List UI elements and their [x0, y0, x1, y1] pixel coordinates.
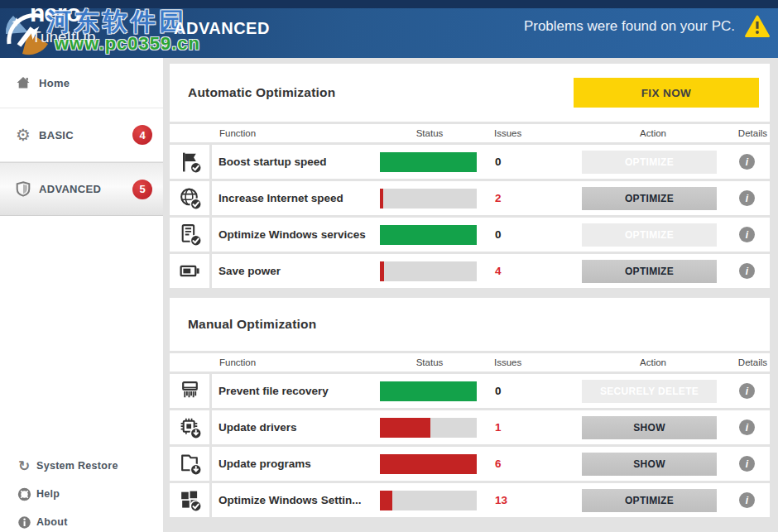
- section-header: Manual Optimization: [170, 298, 770, 351]
- col-header-action: Action: [582, 357, 724, 367]
- action-button[interactable]: OPTIMIZE: [582, 260, 717, 283]
- info-icon[interactable]: i: [739, 456, 755, 472]
- info-icon[interactable]: i: [739, 419, 755, 435]
- windows-tiles-icon: [170, 483, 209, 517]
- section-title: Manual Optimization: [188, 317, 316, 332]
- gear-icon: ⚙: [14, 127, 32, 143]
- section-header: Automatic Optimization FIX NOW: [170, 64, 770, 122]
- sidebar-item-label: System Restore: [36, 460, 118, 472]
- sidebar-item-system-restore[interactable]: ↻ System Restore: [0, 452, 163, 480]
- brand-tuneitup: TuneItUp: [31, 29, 95, 45]
- sidebar-item-help[interactable]: Help: [0, 480, 163, 508]
- function-label: Update drivers: [212, 421, 380, 434]
- issues-count: 1: [487, 421, 582, 434]
- info-icon[interactable]: i: [739, 383, 755, 399]
- info-icon[interactable]: i: [739, 190, 755, 206]
- action-button[interactable]: SHOW: [582, 453, 717, 476]
- status-bar-fill: [380, 189, 383, 208]
- sidebar-item-about[interactable]: About: [0, 508, 163, 532]
- col-header-issues: Issues: [487, 128, 582, 138]
- status-bar-fill: [380, 491, 392, 510]
- sidebar-item-home[interactable]: Home: [0, 58, 163, 108]
- action-button[interactable]: SHOW: [582, 416, 717, 439]
- table-column-header: Function Status Issues Action Details: [170, 353, 770, 371]
- action-button[interactable]: OPTIMIZE: [582, 187, 717, 210]
- status-bar-fill: [380, 454, 477, 474]
- warning-triangle-icon: [745, 15, 770, 38]
- issues-count: 0: [487, 156, 582, 168]
- optimization-section: Manual Optimization Function Status Issu…: [170, 298, 770, 517]
- issues-count: 0: [487, 228, 582, 241]
- table-row: Increase Internet speed 2 OPTIMIZE i: [170, 181, 770, 215]
- sidebar-item-basic[interactable]: ⚙ BASIC 4: [0, 108, 163, 162]
- status-bar: [380, 454, 477, 474]
- info-icon[interactable]: i: [739, 492, 755, 508]
- function-label: Increase Internet speed: [212, 192, 380, 204]
- action-button: OPTIMIZE: [582, 151, 717, 174]
- sidebar-nav: Home ⚙ BASIC 4 ADVANCED 5: [0, 58, 163, 216]
- sidebar-footer: ↻ System Restore Help About: [0, 452, 163, 532]
- col-header-action: Action: [582, 128, 724, 138]
- col-header-details: Details: [724, 128, 770, 138]
- home-icon: [14, 74, 32, 91]
- status-bar-fill: [380, 152, 477, 172]
- issues-count: 13: [487, 494, 582, 506]
- shredder-icon: [170, 374, 209, 408]
- sidebar-item-label: Help: [36, 488, 60, 500]
- nero-tuneitup-window: nero TuneItUp 河东软件园 www.pc0359.cn ADVANC…: [0, 0, 778, 532]
- page-title: ADVANCED: [174, 19, 270, 38]
- issues-count: 4: [487, 265, 582, 277]
- status-bar: [380, 189, 477, 208]
- col-header-details: Details: [724, 357, 770, 367]
- col-header-status: Status: [380, 128, 487, 138]
- status-bar: [380, 261, 477, 281]
- status-message: Problems were found on your PC.: [524, 18, 735, 35]
- col-header-function: Function: [212, 357, 380, 367]
- table-row: Update programs 6 SHOW i: [170, 447, 770, 481]
- main-content: Automatic Optimization FIX NOW Function …: [163, 58, 778, 532]
- table-column-header: Function Status Issues Action Details: [170, 124, 770, 142]
- program-folder-icon: [170, 447, 209, 481]
- optimization-section: Automatic Optimization FIX NOW Function …: [170, 64, 770, 288]
- driver-chip-icon: [170, 410, 209, 444]
- table-row: Boost startup speed 0 OPTIMIZE i: [170, 145, 770, 179]
- help-icon: [17, 487, 31, 501]
- sidebar-item-label: About: [36, 516, 68, 528]
- info-icon[interactable]: i: [739, 263, 755, 279]
- action-button: SECURELY DELETE: [582, 380, 717, 403]
- info-icon[interactable]: i: [739, 227, 755, 242]
- restore-icon: ↻: [17, 459, 31, 473]
- brand-nero: nero: [30, 1, 95, 26]
- action-button[interactable]: OPTIMIZE: [582, 489, 717, 512]
- header-top-strip: [0, 0, 778, 8]
- sidebar-item-advanced[interactable]: ADVANCED 5: [0, 162, 163, 216]
- table-row: Update drivers 1 SHOW i: [170, 410, 770, 444]
- status-bar-fill: [380, 418, 430, 438]
- status-area: Problems were found on your PC.: [524, 15, 770, 38]
- issue-count-badge: 4: [132, 125, 152, 145]
- sidebar: Home ⚙ BASIC 4 ADVANCED 5 ↻ System Resto…: [0, 58, 163, 532]
- status-bar: [380, 225, 477, 245]
- startup-flag-icon: [170, 145, 209, 179]
- issues-count: 6: [487, 458, 582, 470]
- table-row: Optimize Windows Settin... 13 OPTIMIZE i: [170, 483, 770, 517]
- info-icon[interactable]: i: [739, 154, 755, 170]
- windows-services-icon: [170, 218, 209, 252]
- function-label: Optimize Windows Settin...: [212, 494, 380, 506]
- fix-now-button[interactable]: FIX NOW: [574, 78, 759, 108]
- col-header-function: Function: [212, 128, 380, 138]
- about-icon: [17, 515, 31, 530]
- table-row: Optimize Windows services 0 OPTIMIZE i: [170, 218, 770, 252]
- status-bar: [380, 381, 477, 401]
- sidebar-item-label: Home: [39, 77, 70, 89]
- sidebar-item-label: BASIC: [39, 129, 74, 141]
- status-bar: [380, 152, 477, 172]
- header-bar: nero TuneItUp 河东软件园 www.pc0359.cn ADVANC…: [0, 0, 778, 58]
- col-header-issues: Issues: [487, 357, 582, 367]
- table-row: Save power 4 OPTIMIZE i: [170, 254, 770, 288]
- col-header-status: Status: [380, 357, 487, 367]
- section-title: Automatic Optimization: [188, 85, 335, 100]
- status-bar-fill: [380, 261, 384, 281]
- brand: nero TuneItUp: [30, 1, 95, 45]
- function-label: Save power: [212, 265, 380, 277]
